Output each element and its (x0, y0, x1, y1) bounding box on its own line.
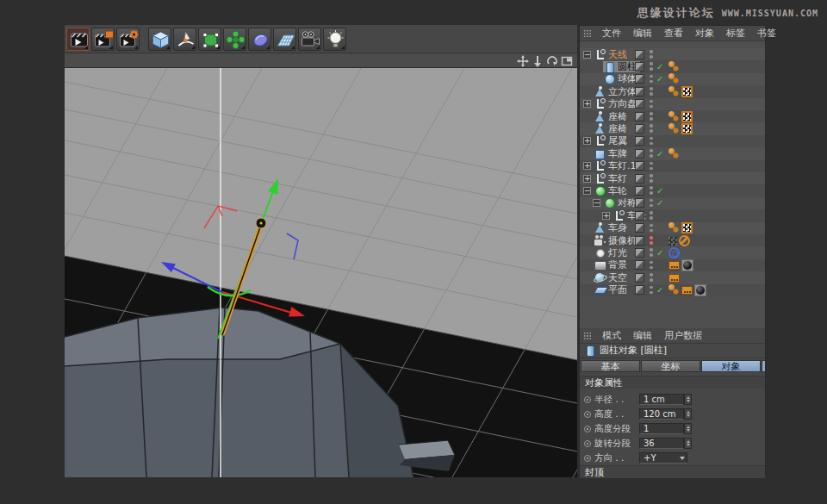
layer-chip[interactable] (635, 273, 644, 283)
keyframe-circle-icon[interactable] (584, 455, 591, 462)
object-label[interactable]: 平面 (608, 283, 627, 296)
object-label[interactable]: 车身 (608, 221, 627, 234)
visibility-dots[interactable] (650, 248, 653, 258)
attribute-manager-menu-item[interactable]: 用户数据 (659, 329, 709, 342)
phong-tag-icon[interactable] (668, 148, 680, 159)
panel-grip-icon[interactable] (583, 29, 592, 38)
expand-icon[interactable]: + (583, 137, 591, 145)
visibility-dots[interactable] (650, 137, 653, 146)
enabled-check-icon[interactable]: ✓ (656, 62, 663, 72)
visibility-dots[interactable] (650, 162, 653, 171)
checker-tag-icon[interactable] (681, 123, 693, 134)
collapse-icon[interactable]: − (583, 187, 591, 195)
direction-dropdown[interactable]: +Y (639, 452, 687, 464)
object-manager-menu-item[interactable]: 编辑 (628, 27, 659, 40)
cross-tag-icon[interactable] (668, 237, 677, 246)
section-object-properties[interactable]: 对象属性 (580, 376, 765, 389)
visibility-dots[interactable] (650, 261, 653, 271)
collapse-icon[interactable]: − (593, 199, 600, 207)
render-settings-button[interactable] (116, 28, 140, 51)
viewport-rotate-button[interactable] (546, 54, 558, 66)
film-tag-icon[interactable] (681, 286, 693, 295)
object-manager-menu-item[interactable]: 书签 (752, 27, 783, 40)
viewport-toggle-view-button[interactable] (561, 54, 573, 66)
enabled-check-icon[interactable]: ✓ (656, 186, 663, 196)
layer-chip[interactable] (635, 211, 644, 221)
keyframe-circle-icon[interactable] (584, 426, 591, 432)
layer-chip[interactable] (635, 223, 644, 233)
phong-tag-icon[interactable] (668, 61, 680, 72)
tree-row-车轮[interactable]: +车轮 (580, 209, 765, 221)
attribute-manager-menu-item[interactable]: 模式 (597, 329, 628, 342)
panel-grip-icon[interactable] (583, 332, 592, 340)
phong-tag-icon[interactable] (668, 123, 680, 134)
expand-icon[interactable]: + (602, 212, 610, 220)
tree-row-灯光[interactable]: 灯光✓ (580, 246, 765, 258)
phong-tag-icon[interactable] (668, 86, 680, 97)
keyframe-circle-icon[interactable] (584, 411, 591, 418)
light-button[interactable] (323, 28, 346, 51)
viewport-canvas[interactable] (65, 67, 577, 476)
enabled-check-icon[interactable]: ✓ (656, 198, 663, 208)
layer-chip[interactable] (635, 136, 644, 146)
tree-row-摄像机[interactable]: 摄像机 (580, 234, 765, 246)
environment-floor-button[interactable] (273, 28, 296, 51)
object-label[interactable]: 对称 (618, 196, 637, 209)
visibility-dots[interactable] (650, 50, 653, 59)
tree-row-车轮[interactable]: −车轮✓ (580, 184, 765, 196)
film-tag-icon[interactable] (668, 261, 680, 270)
target-tag-icon[interactable] (668, 247, 680, 258)
tree-row-尾翼[interactable]: +尾翼 (580, 135, 765, 147)
tree-row-圆柱[interactable]: 圆柱✓ (580, 60, 765, 72)
value-input[interactable]: 1 (639, 423, 684, 434)
tree-row-车身[interactable]: 车身 (580, 222, 765, 234)
layer-chip[interactable] (635, 74, 644, 84)
stepper-arrows[interactable] (684, 423, 692, 434)
visibility-dots[interactable] (650, 149, 653, 159)
render-view-button[interactable] (66, 28, 90, 51)
viewport-pan-button[interactable] (517, 54, 529, 66)
visibility-dots[interactable] (650, 112, 653, 121)
object-label[interactable]: 天线 (608, 48, 627, 61)
layer-chip[interactable] (635, 112, 644, 121)
layer-chip[interactable] (635, 161, 644, 171)
layer-chip[interactable] (635, 236, 644, 246)
visibility-dots[interactable] (650, 199, 653, 208)
visibility-dots[interactable] (650, 273, 653, 283)
object-label[interactable]: 天空 (608, 271, 627, 284)
layer-chip[interactable] (635, 285, 644, 295)
visibility-dots[interactable] (650, 286, 653, 296)
value-input[interactable]: 1 cm (639, 394, 684, 405)
visibility-dots[interactable] (650, 236, 653, 246)
attribute-manager-menu-item[interactable]: 编辑 (628, 329, 659, 342)
object-label[interactable]: 摄像机 (608, 234, 637, 247)
visibility-dots[interactable] (650, 174, 653, 184)
checker-tag-icon[interactable] (681, 86, 693, 97)
spline-pen-button[interactable] (173, 28, 196, 51)
object-manager-menu-item[interactable]: 查看 (659, 27, 690, 40)
keyframe-circle-icon[interactable] (584, 396, 591, 403)
tree-row-车牌[interactable]: 车牌✓ (580, 147, 765, 159)
deformers-button[interactable] (248, 28, 271, 51)
subdivision-surface-button[interactable] (198, 28, 221, 51)
expand-icon[interactable]: + (583, 162, 591, 170)
tree-row-方向盘[interactable]: +方向盘 (580, 98, 765, 110)
tree-row-车灯[interactable]: +车灯 (580, 172, 765, 184)
stepper-arrows[interactable] (684, 408, 692, 420)
collapse-icon[interactable]: − (583, 51, 591, 59)
visibility-dots[interactable] (650, 87, 653, 96)
object-manager-menu-item[interactable]: 文件 (597, 27, 628, 40)
object-label[interactable]: 车灯.1 (608, 159, 637, 172)
tab-partial[interactable] (762, 360, 765, 372)
layer-chip[interactable] (635, 248, 644, 258)
layer-chip[interactable] (635, 50, 644, 59)
enabled-check-icon[interactable]: ✓ (656, 248, 663, 258)
object-manager-menu-item[interactable]: 对象 (690, 27, 721, 40)
tree-row-球体[interactable]: 球体✓ (580, 73, 765, 85)
object-label[interactable]: 方向盘 (608, 97, 637, 110)
visibility-dots[interactable] (650, 75, 653, 84)
tab-基本[interactable]: 基本 (581, 360, 640, 372)
modeling-generators-button[interactable] (223, 28, 246, 51)
visibility-dots[interactable] (650, 62, 653, 72)
object-label[interactable]: 灯光 (608, 246, 627, 259)
